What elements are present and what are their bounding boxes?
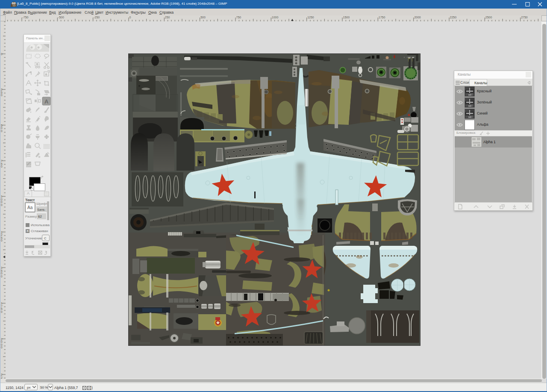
svg-text:1500: 1500 <box>343 16 350 19</box>
svg-text:500: 500 <box>200 16 206 19</box>
svg-text:250: 250 <box>165 16 170 19</box>
svg-text:0: 0 <box>129 16 131 19</box>
svg-text:250: 250 <box>1 88 3 97</box>
svg-text:1750: 1750 <box>1 302 3 313</box>
svg-text:2500: 2500 <box>485 16 492 19</box>
svg-text:1500: 1500 <box>1 266 3 278</box>
svg-text:1250: 1250 <box>1 231 3 242</box>
svg-text:2750: 2750 <box>521 16 528 19</box>
svg-text:2000: 2000 <box>414 16 421 19</box>
svg-text:1750: 1750 <box>379 16 385 19</box>
svg-text:2000: 2000 <box>1 338 3 349</box>
svg-text:500: 500 <box>1 124 3 133</box>
svg-text:0: 0 <box>1 53 3 56</box>
svg-text:750: 750 <box>236 16 241 19</box>
svg-text:2250: 2250 <box>450 16 457 19</box>
svg-text:A: A <box>44 98 49 105</box>
svg-text:1000: 1000 <box>1 195 3 206</box>
svg-text:-500: -500 <box>58 16 64 19</box>
svg-text:750: 750 <box>1 159 3 168</box>
svg-text:2250: 2250 <box>1 373 3 379</box>
svg-text:-250: -250 <box>94 16 100 19</box>
svg-text:1000: 1000 <box>272 16 279 19</box>
svg-text:1250: 1250 <box>307 16 314 19</box>
svg-text:-750: -750 <box>23 16 29 19</box>
